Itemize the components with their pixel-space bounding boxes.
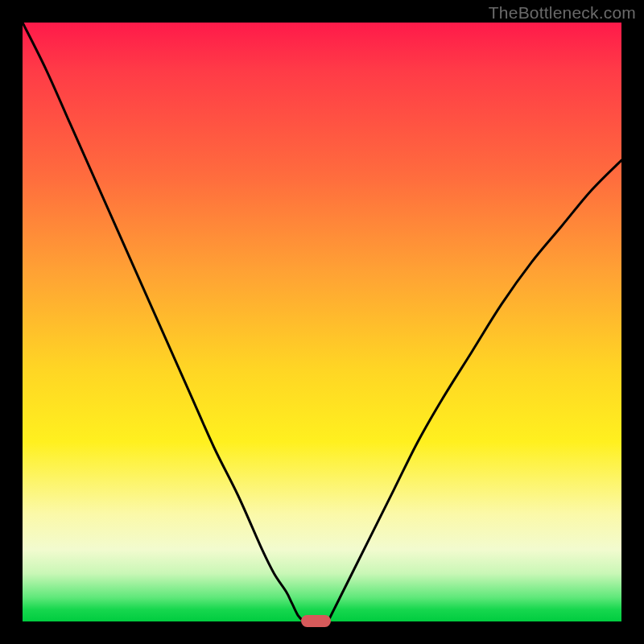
bottom-marker xyxy=(301,615,331,627)
left-curve xyxy=(23,23,304,621)
right-curve xyxy=(328,160,621,621)
chart-frame: TheBottleneck.com xyxy=(0,0,644,644)
curve-layer xyxy=(23,23,621,621)
watermark-text: TheBottleneck.com xyxy=(489,3,636,23)
plot-area xyxy=(23,23,621,621)
